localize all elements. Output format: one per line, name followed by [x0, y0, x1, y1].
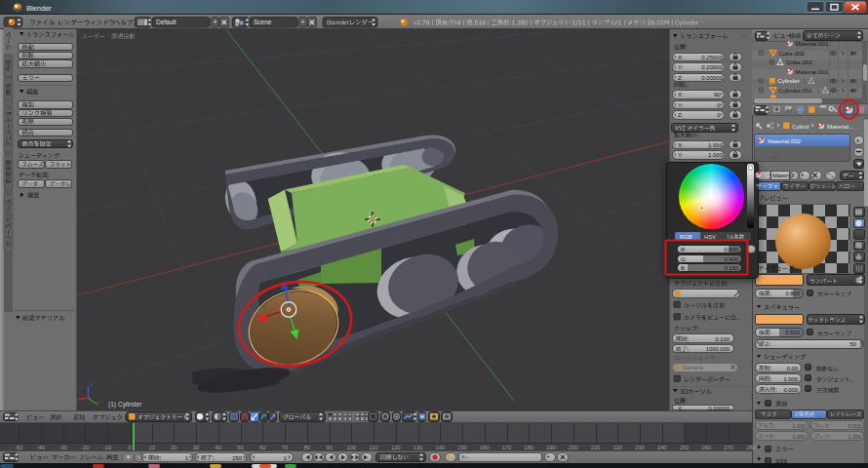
- svg-text:y: y: [97, 400, 99, 406]
- svg-text:z: z: [90, 381, 93, 387]
